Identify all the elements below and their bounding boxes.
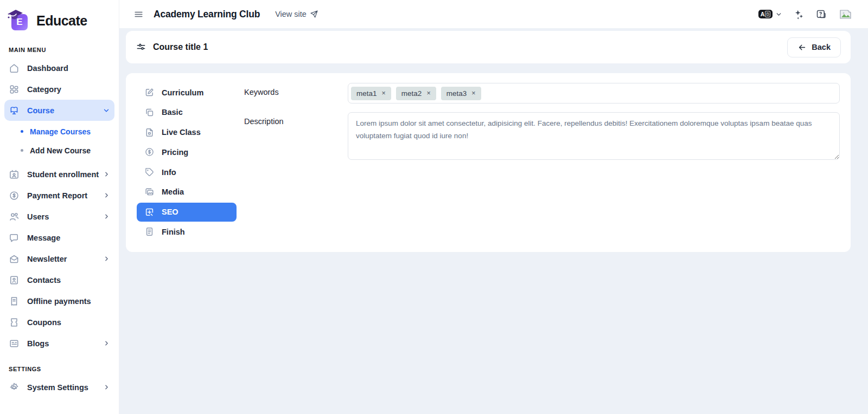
ticket-icon <box>9 317 20 328</box>
article-icon <box>9 338 20 349</box>
view-site-label: View site <box>275 10 307 18</box>
app-root: E Educate MAIN MENU Dashboard <box>0 0 868 414</box>
description-label: Description <box>244 112 348 160</box>
send-icon <box>310 10 318 18</box>
tab-finish[interactable]: Finish <box>137 222 237 241</box>
receipt-icon <box>9 296 20 307</box>
main-menu-label: MAIN MENU <box>0 47 119 53</box>
sidebar-item-label: Course <box>27 106 103 115</box>
grid-icon <box>9 84 20 95</box>
sparkles-icon[interactable] <box>793 9 805 20</box>
sidebar-item-label: Newsletter <box>27 255 103 263</box>
sidebar-item-users[interactable]: Users <box>0 206 119 227</box>
language-switcher[interactable]: AB <box>758 10 782 18</box>
brand-logo[interactable]: E Educate <box>0 5 119 34</box>
tab-label: Info <box>162 168 176 177</box>
chevron-right-icon <box>103 192 110 199</box>
mail-icon <box>9 254 20 264</box>
sliders-icon <box>136 42 146 53</box>
tab-label: Finish <box>162 228 185 236</box>
site-title: Academy Learning Club <box>154 9 260 20</box>
arrow-left-icon <box>797 43 807 52</box>
translate-icon: AB <box>758 10 773 18</box>
sidebar-item-label: Coupons <box>27 318 110 327</box>
tab-live-class[interactable]: Live Class <box>137 123 237 142</box>
tab-seo[interactable]: SEO <box>137 203 237 222</box>
chevron-down-icon <box>775 11 782 18</box>
main-area: Academy Learning Club View site AB <box>119 0 868 414</box>
keywords-input[interactable]: meta1 × meta2 × meta3 × <box>348 83 840 104</box>
seo-form: Keywords meta1 × meta2 × meta3 <box>237 83 840 242</box>
tab-pricing[interactable]: Pricing <box>137 143 237 161</box>
sidebar-item-student-enrollment[interactable]: Student enrollment <box>0 164 119 185</box>
help-guide-icon[interactable] <box>815 9 827 20</box>
course-step-tabs: Curriculum Basic Live Class <box>137 83 237 242</box>
sidebar-item-newsletter[interactable]: Newsletter <box>0 248 119 269</box>
tab-label: Live Class <box>162 128 201 137</box>
content-area: Course title 1 Back Curriculum <box>119 28 868 414</box>
sidebar-subitem-manage-courses[interactable]: Manage Courses <box>0 123 119 140</box>
sidebar-item-label: Users <box>27 212 103 221</box>
hamburger-menu-icon[interactable] <box>133 9 144 20</box>
dollar-circle-icon <box>144 147 155 157</box>
chevron-down-icon <box>103 107 110 114</box>
chevron-right-icon <box>103 171 110 178</box>
tab-label: Media <box>162 187 184 196</box>
description-row: Description Lorem ipsum dolor sit amet c… <box>244 112 840 160</box>
remove-tag-icon[interactable]: × <box>471 90 475 97</box>
sidebar-item-category[interactable]: Category <box>0 79 119 100</box>
chat-icon <box>9 232 20 243</box>
tab-media[interactable]: Media <box>137 183 237 202</box>
sidebar-item-label: Message <box>27 234 110 242</box>
sidebar-item-label: Dashboard <box>27 64 110 73</box>
dollar-circle-icon <box>9 190 20 201</box>
sidebar-nav: Dashboard Category Course Manage Co <box>0 57 119 354</box>
keywords-row: Keywords meta1 × meta2 × meta3 <box>244 83 840 104</box>
topbar: Academy Learning Club View site AB <box>119 0 868 28</box>
sidebar-item-course[interactable]: Course <box>4 100 114 121</box>
sidebar-item-payment-report[interactable]: Payment Report <box>0 185 119 206</box>
avatar[interactable] <box>838 6 854 22</box>
tab-basic[interactable]: Basic <box>137 103 237 122</box>
checklist-icon <box>144 227 155 237</box>
tab-label: Basic <box>162 108 183 117</box>
remove-tag-icon[interactable]: × <box>382 90 386 97</box>
sidebar-item-dashboard[interactable]: Dashboard <box>0 57 119 79</box>
copy-icon <box>144 107 155 118</box>
keyword-tag-label: meta2 <box>401 89 422 98</box>
tab-info[interactable]: Info <box>137 163 237 182</box>
page-header-card: Course title 1 Back <box>126 31 851 63</box>
sidebar-item-label: Category <box>27 85 110 94</box>
sidebar-item-label: Offline payments <box>27 297 110 306</box>
graduation-cap-icon <box>7 8 25 22</box>
view-site-link[interactable]: View site <box>275 10 318 18</box>
chevron-right-icon <box>103 213 110 220</box>
sidebar-item-offline-payments[interactable]: Offline payments <box>0 290 119 312</box>
topbar-actions: AB <box>758 6 854 22</box>
sidebar-item-system-settings[interactable]: System Settings <box>0 377 119 398</box>
sidebar-subitem-add-new-course[interactable]: Add New Course <box>0 142 119 159</box>
remove-tag-icon[interactable]: × <box>426 90 430 97</box>
sidebar-item-message[interactable]: Message <box>0 227 119 248</box>
broken-image-icon <box>839 8 853 21</box>
back-button[interactable]: Back <box>787 37 841 57</box>
description-textarea[interactable]: Lorem ipsum dolor sit amet consectetur, … <box>348 112 840 160</box>
home-icon <box>9 63 20 74</box>
settings-label: SETTINGS <box>0 366 119 372</box>
brand-name: Educate <box>36 13 87 29</box>
sidebar-item-coupons[interactable]: Coupons <box>0 312 119 333</box>
tab-label: Curriculum <box>162 88 203 97</box>
tab-curriculum[interactable]: Curriculum <box>137 83 237 102</box>
course-form-card: Curriculum Basic Live Class <box>126 73 851 252</box>
sidebar-item-label: Student enrollment <box>27 170 103 179</box>
sidebar-item-blogs[interactable]: Blogs <box>0 333 119 354</box>
tab-label: SEO <box>162 208 178 216</box>
book-icon <box>9 105 20 116</box>
file-icon <box>144 127 155 138</box>
chevron-right-icon <box>103 255 110 262</box>
keywords-label: Keywords <box>244 83 348 104</box>
sidebar-item-contacts[interactable]: Contacts <box>0 269 119 290</box>
educate-logo-icon: E <box>7 8 31 33</box>
page-title: Course title 1 <box>153 42 208 52</box>
chevron-right-icon <box>103 340 110 347</box>
